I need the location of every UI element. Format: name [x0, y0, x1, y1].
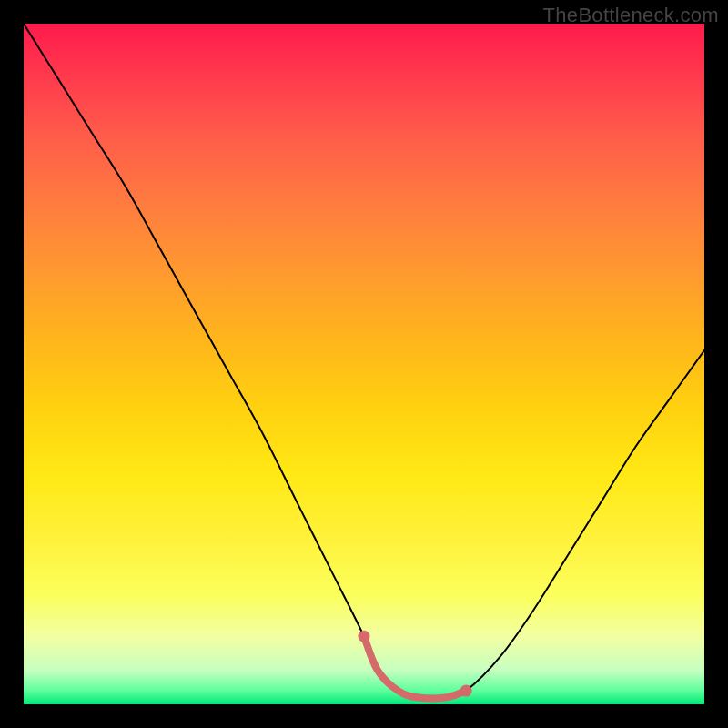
plot-area — [24, 24, 704, 704]
highlight-end-dot — [460, 685, 472, 697]
optimal-zone-highlight — [364, 636, 466, 698]
chart-container: TheBottleneck.com — [0, 0, 728, 728]
watermark-text: TheBottleneck.com — [543, 4, 719, 27]
curve-svg — [24, 24, 704, 704]
highlight-end-dot — [359, 631, 370, 642]
bottleneck-curve — [24, 24, 704, 699]
